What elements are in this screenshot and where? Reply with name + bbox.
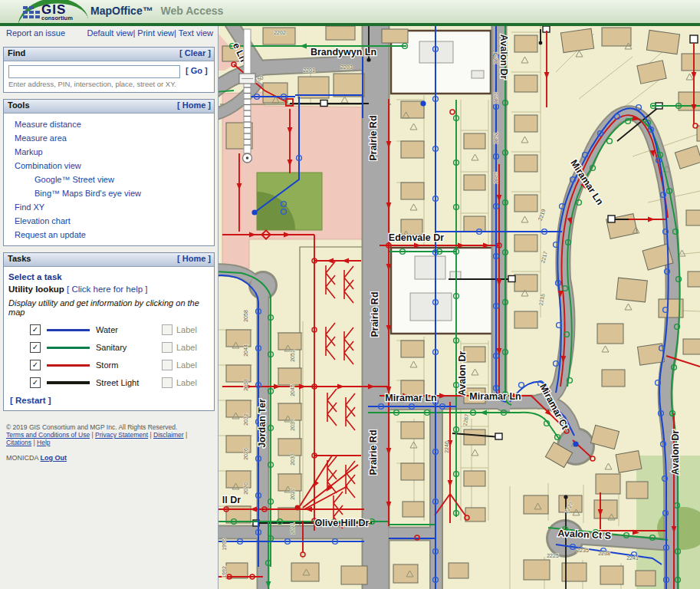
tasks-home-button[interactable]: [ Home ] — [177, 254, 211, 263]
layer-checkbox[interactable]: ✓ — [30, 342, 41, 353]
layer-line-sample — [47, 329, 90, 331]
logo-grid-icon — [23, 6, 40, 20]
parcel-label: 2289 — [493, 172, 498, 184]
layer-row-storm: ✓StormLabel — [30, 360, 209, 370]
view-link-2[interactable]: Text view — [179, 28, 213, 38]
tool-item-5[interactable]: Bing™ Maps Bird's eye view — [8, 186, 209, 200]
house — [334, 74, 364, 97]
footer-link-0[interactable]: Terms and Conditions of Use — [6, 431, 90, 439]
parcel-label: 2026 — [243, 448, 248, 460]
tool-item-0[interactable]: Measure distance — [8, 117, 209, 131]
house — [401, 463, 424, 480]
copyright-text: © 2019 GIS Consortium and MGP Inc. All R… — [6, 423, 212, 431]
parcel-label: 2033 — [290, 453, 295, 466]
house — [514, 35, 537, 52]
username-text: MONICDA — [6, 454, 38, 462]
layer-checkbox[interactable]: ✓ — [30, 377, 41, 388]
app-title-sub: Web Access — [161, 5, 224, 17]
house — [401, 341, 424, 357]
tool-item-6[interactable]: Find XY — [8, 200, 209, 214]
layer-label-checkbox[interactable] — [162, 360, 173, 370]
footer-link-4[interactable]: Help — [37, 439, 50, 446]
layer-checkbox[interactable]: ✓ — [30, 360, 41, 370]
tools-home-button[interactable]: [ Home ] — [177, 100, 211, 110]
house — [626, 482, 648, 499]
tool-item-8[interactable]: Request an update — [8, 228, 209, 242]
layer-label-checkbox[interactable] — [162, 377, 173, 388]
street-label: Prairie Rd — [368, 429, 379, 475]
tool-item-3[interactable]: Combination view — [8, 159, 209, 173]
tool-item-2[interactable]: Markup — [8, 145, 209, 159]
layer-label-checkbox[interactable] — [162, 342, 173, 353]
find-panel-title: Find — [8, 48, 25, 58]
house — [514, 235, 537, 252]
parcel-label: 2246 — [444, 441, 449, 453]
view-link-1[interactable]: Print view — [137, 28, 174, 38]
parcel-label: 2241 — [626, 555, 639, 561]
select-task-heading: Select a task — [8, 272, 209, 281]
street-label: ll Dr — [222, 495, 241, 505]
water-junction — [251, 209, 257, 215]
app-title-main: MapOffice™ — [90, 5, 153, 17]
street-label: Miramar Ln — [385, 393, 436, 403]
house — [514, 311, 537, 328]
layer-row-water: ✓WaterLabel — [30, 324, 209, 335]
house — [401, 141, 424, 158]
tool-item-7[interactable]: Elevation chart — [8, 214, 209, 228]
house — [464, 429, 485, 445]
layer-checkbox[interactable]: ✓ — [30, 324, 41, 335]
house — [401, 183, 424, 199]
house — [278, 333, 301, 350]
find-go-button[interactable]: [ Go ] — [186, 66, 208, 75]
building — [472, 71, 484, 78]
restart-link[interactable]: [ Restart ] — [10, 396, 209, 405]
footer-link-2[interactable]: Disclaimer — [153, 431, 184, 439]
tool-item-1[interactable]: Measure area — [8, 131, 209, 145]
house — [524, 495, 548, 514]
layer-name: Storm — [96, 360, 162, 370]
layer-label-text: Label — [176, 360, 197, 370]
parcel-label: 2235 — [577, 548, 589, 553]
map-canvas[interactable]: Brandywyn Lne LnPrairie RdPrairie RdPrai… — [219, 26, 700, 589]
find-search-input[interactable] — [8, 65, 180, 78]
view-link-0[interactable]: Default view — [87, 28, 133, 38]
page-header: GIS consortium MapOffice™ Web Access — [0, 0, 700, 23]
house — [514, 195, 537, 212]
footer-link-3[interactable]: Citations — [6, 439, 31, 446]
view-links: Default view| Print view| Text view — [87, 28, 214, 38]
house — [636, 571, 656, 586]
parcel-label: 2027 — [290, 488, 295, 500]
street-label: Avalon Dr — [457, 351, 468, 397]
house — [514, 275, 537, 291]
tools-panel-header: Tools [ Home ] — [4, 100, 214, 114]
find-clear-button[interactable]: [ Clear ] — [179, 48, 211, 58]
layer-name: Street Light — [96, 378, 162, 387]
layer-label-text: Label — [176, 325, 197, 334]
house — [602, 370, 625, 387]
house — [646, 30, 679, 54]
house — [341, 566, 367, 584]
street-label: Avalon Dr — [498, 35, 509, 80]
house — [403, 502, 424, 517]
house — [688, 271, 700, 287]
house — [616, 451, 642, 473]
tool-item-4[interactable]: Google™ Street view — [8, 173, 209, 186]
house — [449, 563, 468, 578]
house — [464, 216, 485, 232]
mapoffice-app: { "header": { "logo_line1": "GIS", "logo… — [0, 0, 700, 589]
parcel-label: 2293 — [493, 92, 498, 104]
house — [393, 564, 418, 583]
tasks-panel: Tasks [ Home ] Select a task Utility loo… — [3, 252, 215, 411]
layer-label-text: Label — [176, 378, 197, 387]
layer-name: Sanitary — [96, 343, 162, 352]
water-junction — [573, 441, 578, 446]
task-help-link[interactable]: [ Click here for help ] — [67, 285, 147, 294]
logout-link[interactable]: Log Out — [41, 454, 67, 462]
tools-panel-title: Tools — [8, 100, 30, 110]
report-issue-link[interactable]: Report an issue — [6, 28, 65, 38]
footer-link-1[interactable]: Privacy Statement — [95, 431, 148, 439]
map-viewport[interactable]: Brandywyn Lne LnPrairie RdPrairie RdPrai… — [219, 26, 700, 589]
logo-subtext: consortium — [41, 15, 73, 21]
layer-label-checkbox[interactable] — [162, 324, 173, 335]
sidebar-footer: © 2019 GIS Consortium and MGP Inc. All R… — [0, 417, 218, 468]
